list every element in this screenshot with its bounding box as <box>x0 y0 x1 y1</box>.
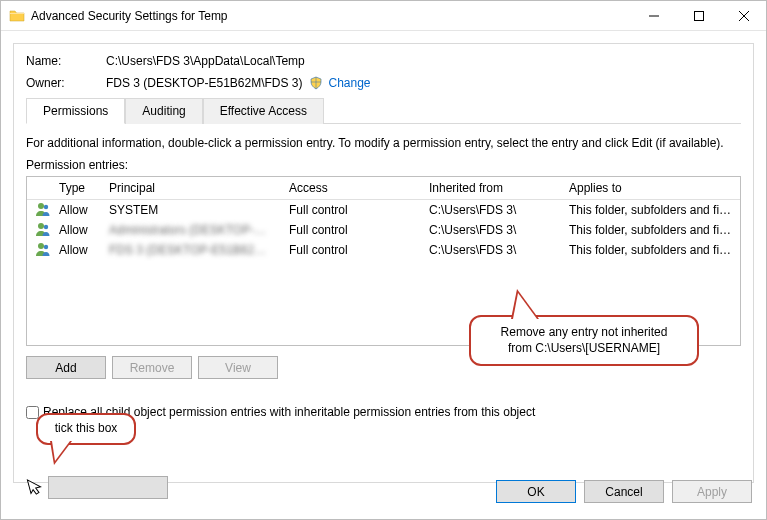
cell-applies: This folder, subfolders and files <box>561 199 740 221</box>
table-row[interactable]: AllowAdministrators (DESKTOP-E51...Full … <box>27 220 740 240</box>
view-button-label: View <box>225 361 251 375</box>
remove-button[interactable]: Remove <box>112 356 192 379</box>
add-button-label: Add <box>55 361 76 375</box>
svg-point-2 <box>44 204 48 208</box>
ok-button[interactable]: OK <box>496 480 576 503</box>
window: Advanced Security Settings for Temp Name… <box>0 0 767 520</box>
name-row: Name: C:\Users\FDS 3\AppData\Local\Temp <box>26 54 741 68</box>
obscured-button[interactable] <box>48 476 168 499</box>
tab-auditing[interactable]: Auditing <box>125 98 202 124</box>
col-applies[interactable]: Applies to <box>561 177 740 199</box>
cell-applies: This folder, subfolders and files <box>561 219 740 241</box>
cell-principal: SYSTEM <box>101 199 281 221</box>
col-principal[interactable]: Principal <box>101 177 281 199</box>
minimize-button[interactable] <box>631 1 676 30</box>
cell-applies: This folder, subfolders and files <box>561 239 740 261</box>
remove-button-label: Remove <box>130 361 175 375</box>
cell-principal: FDS 3 (DESKTOP-E51B62M\FD... <box>101 239 281 261</box>
tab-effective-label: Effective Access <box>220 104 307 118</box>
change-owner-link[interactable]: Change <box>329 76 371 90</box>
shield-icon <box>309 76 323 90</box>
user-icon <box>35 241 51 257</box>
table-row[interactable]: AllowSYSTEMFull controlC:\Users\FDS 3\Th… <box>27 200 740 220</box>
svg-point-3 <box>38 223 44 229</box>
dialog-footer: OK Cancel Apply <box>496 480 752 503</box>
tab-effective-access[interactable]: Effective Access <box>203 98 324 124</box>
tab-permissions-label: Permissions <box>43 104 108 118</box>
svg-point-1 <box>38 203 44 209</box>
user-icon <box>35 221 51 237</box>
annotation-callout-tick-box: tick this box <box>36 413 136 445</box>
svg-point-5 <box>38 243 44 249</box>
tab-permissions[interactable]: Permissions <box>26 98 125 124</box>
cell-inherited: C:\Users\FDS 3\ <box>421 239 561 261</box>
close-button[interactable] <box>721 1 766 30</box>
svg-rect-0 <box>694 11 703 20</box>
cell-access: Full control <box>281 239 421 261</box>
titlebar: Advanced Security Settings for Temp <box>1 1 766 31</box>
svg-point-6 <box>44 244 48 248</box>
owner-label: Owner: <box>26 76 106 90</box>
owner-value: FDS 3 (DESKTOP-E51B62M\FDS 3) <box>106 76 303 90</box>
grid-header: Type Principal Access Inherited from App… <box>27 177 740 200</box>
apply-button-label: Apply <box>697 485 727 499</box>
cell-access: Full control <box>281 199 421 221</box>
callout2-text: tick this box <box>55 421 118 435</box>
entries-label: Permission entries: <box>26 158 741 172</box>
cancel-button-label: Cancel <box>605 485 642 499</box>
cell-principal: Administrators (DESKTOP-E51... <box>101 219 281 241</box>
info-text: For additional information, double-click… <box>26 136 741 150</box>
col-inherited[interactable]: Inherited from <box>421 177 561 199</box>
cell-type: Allow <box>51 199 101 221</box>
add-button[interactable]: Add <box>26 356 106 379</box>
user-icon <box>35 201 51 217</box>
col-access[interactable]: Access <box>281 177 421 199</box>
callout1-line1: Remove any entry not inherited <box>485 325 683 341</box>
annotation-callout-remove-entry: Remove any entry not inherited from C:\U… <box>469 315 699 366</box>
svg-point-4 <box>44 224 48 228</box>
tab-auditing-label: Auditing <box>142 104 185 118</box>
cell-access: Full control <box>281 219 421 241</box>
cell-type: Allow <box>51 219 101 241</box>
cell-type: Allow <box>51 239 101 261</box>
maximize-button[interactable] <box>676 1 721 30</box>
name-value: C:\Users\FDS 3\AppData\Local\Temp <box>106 54 741 68</box>
owner-row: Owner: FDS 3 (DESKTOP-E51B62M\FDS 3) Cha… <box>26 76 741 90</box>
table-row[interactable]: AllowFDS 3 (DESKTOP-E51B62M\FD...Full co… <box>27 240 740 260</box>
window-title: Advanced Security Settings for Temp <box>31 9 631 23</box>
replace-checkbox[interactable] <box>26 406 39 419</box>
cell-inherited: C:\Users\FDS 3\ <box>421 219 561 241</box>
callout1-line2: from C:\Users\[USERNAME] <box>485 341 683 357</box>
cancel-button[interactable]: Cancel <box>584 480 664 503</box>
ok-button-label: OK <box>527 485 544 499</box>
col-type[interactable]: Type <box>51 177 101 199</box>
cell-inherited: C:\Users\FDS 3\ <box>421 199 561 221</box>
tabs: Permissions Auditing Effective Access <box>26 98 741 124</box>
folder-icon <box>9 8 25 24</box>
name-label: Name: <box>26 54 106 68</box>
apply-button[interactable]: Apply <box>672 480 752 503</box>
view-button[interactable]: View <box>198 356 278 379</box>
